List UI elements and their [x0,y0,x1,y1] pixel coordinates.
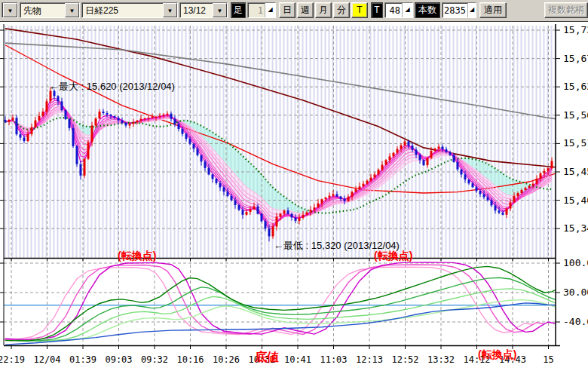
price-tick-label: 15,455 [563,166,588,177]
interval-value: 1 [248,3,265,17]
period-tick-button[interactable]: T [351,2,368,18]
interval-spinner[interactable]: 1 ◢ [247,2,276,18]
osc-tick-label: -40.00 [563,316,588,327]
time-tick-label: 12/04 [33,354,60,365]
time-tick-label: 10:26 [213,354,240,365]
mini-symbol-select[interactable]: ▼ [2,2,18,18]
time-tick-label: 10:41 [284,354,311,365]
spinner-grip-icon[interactable]: ◢ [402,3,412,17]
symbol-select[interactable]: 日経225 ▼ [81,2,178,18]
time-tick-label: 09:32 [141,354,168,365]
time-tick-label: 10:16 [176,354,204,365]
time-tick-label: 22:19 [0,354,25,365]
spinner-grip-icon[interactable]: ◢ [467,3,476,17]
toolbar: ▼ 先物 ▼ 日経225 ▼ 13/12 ▼ 足 1 ◢ 日 週 月 分 T T… [0,0,588,22]
price-tick-label: 15,565 [563,109,588,121]
chevron-down-icon[interactable]: ▼ [213,3,227,17]
bars-count-value: 2835 [443,3,467,17]
apply-button[interactable]: 適用 [479,2,507,18]
price-tick-label: 15,620 [563,81,588,92]
period-day-button[interactable]: 日 [279,2,296,18]
contract-month-value: 13/12 [180,3,213,17]
tick-count-spinner[interactable]: 48 ◢ [384,2,413,18]
symbol-value: 日経225 [82,3,163,17]
bars-count-spinner[interactable]: 2835 ◢ [442,2,476,18]
time-tick-label: 11:03 [320,354,347,365]
price-tick-label: 15,675 [563,53,588,64]
red-annotation: (転換点) [478,348,516,360]
price-tick-label: 15,510 [563,137,588,149]
osc-slow-green [17,277,567,341]
multi-symbol-button[interactable]: 複数銘柄 [544,2,588,18]
chart-canvas[interactable]: 15,73015,67515,62015,56515,51015,45515,4… [0,21,588,377]
time-tick-label: 13:32 [427,354,455,365]
price-tick-label: 15,730 [563,24,588,35]
spinner-grip-icon[interactable]: ◢ [265,3,275,17]
osc-tick-label: 100.00 [563,257,588,268]
period-month-button[interactable]: 月 [315,2,332,18]
price-tick-label: 15,400 [563,195,588,206]
bars-label: 本数 [415,2,440,18]
time-tick-label: 12:52 [391,354,418,365]
time-tick-label: 01:39 [69,354,96,365]
contract-month-select[interactable]: 13/12 ▼ [179,2,228,18]
time-tick-label: 15 [543,354,553,365]
max-annotation: ←最大 : 15,620 (2013/12/04) [49,81,175,92]
osc-tick-label: 30.00 [563,287,588,298]
chevron-down-icon[interactable]: ▼ [3,3,17,17]
instrument-type-value: 先物 [20,3,65,17]
ashi-label: 足 [231,2,246,18]
red-annotation: 底値 [254,350,279,363]
red-annotation: (転換点) [118,250,156,262]
tick-label: T [371,2,383,18]
period-week-button[interactable]: 週 [297,2,314,18]
price-tick-label: 15,345 [563,222,588,234]
chevron-down-icon[interactable]: ▼ [163,3,177,17]
instrument-type-select[interactable]: 先物 ▼ [20,2,80,18]
chevron-down-icon[interactable]: ▼ [65,3,79,17]
tick-count-value: 48 [385,3,402,17]
red-annotation: (転換点) [374,250,412,262]
period-minute-button[interactable]: 分 [333,2,350,18]
time-tick-label: 12:13 [356,354,383,365]
time-tick-label: 09:03 [105,354,132,365]
